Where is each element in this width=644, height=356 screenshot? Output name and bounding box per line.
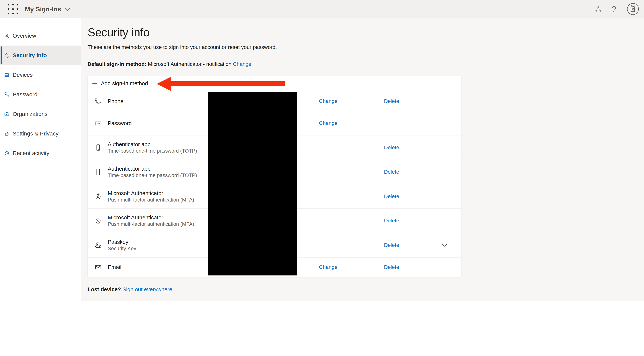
method-title: Phone (108, 98, 124, 105)
app-title[interactable]: My Sign-Ins (25, 5, 61, 13)
phone-icon (94, 97, 102, 105)
page-description: These are the methods you use to sign in… (88, 44, 644, 50)
sidebar-item-devices[interactable]: Devices (0, 65, 81, 85)
method-subtitle: Security Key (108, 245, 136, 252)
briefcase-icon (4, 111, 10, 117)
delete-link[interactable]: Delete (384, 218, 399, 224)
method-subtitle: Push multi-factor authentication (MFA) (108, 221, 194, 227)
method-title: Password (108, 120, 132, 127)
sidebar-item-settings-privacy[interactable]: Settings & Privacy (0, 124, 81, 143)
smartphone-icon (94, 144, 102, 151)
sidebar-item-recent-activity[interactable]: Recent activity (0, 143, 81, 163)
sidebar-item-label: Settings & Privacy (12, 130, 58, 137)
lost-device-line: Lost device? Sign out everywhere (88, 286, 644, 293)
change-link[interactable]: Change (319, 98, 338, 104)
laptop-icon (4, 72, 10, 78)
ms-authenticator-icon (94, 217, 102, 225)
redaction-box (208, 92, 297, 276)
sign-out-everywhere-link[interactable]: Sign out everywhere (122, 286, 172, 292)
add-signin-method-label: Add sign-in method (101, 80, 148, 86)
sidebar-item-label: Password (12, 91, 38, 98)
delete-link[interactable]: Delete (384, 193, 399, 199)
person-edit-icon (4, 52, 10, 58)
app-launcher-icon[interactable] (8, 4, 18, 14)
method-title: Authenticator app (108, 141, 197, 148)
sidebar-item-overview[interactable]: Overview (0, 26, 81, 45)
delete-link[interactable]: Delete (384, 242, 399, 248)
topbar: My Sign-Ins ? (0, 0, 644, 18)
plus-icon (92, 81, 98, 86)
sidebar-item-label: Organizations (12, 111, 48, 117)
method-title: Email (108, 264, 122, 271)
method-subtitle: Push multi-factor authentication (MFA) (108, 197, 194, 203)
lost-device-label: Lost device? (88, 286, 121, 292)
key-icon (4, 92, 10, 97)
password-icon (94, 119, 102, 127)
passkey-icon (94, 241, 102, 249)
sidebar: Overview Security info Devices Password (0, 18, 81, 356)
change-link[interactable]: Change (319, 264, 338, 270)
method-subtitle: Time-based one-time password (TOTP) (108, 172, 197, 179)
help-glyph: ? (612, 4, 616, 13)
sidebar-item-label: Devices (12, 72, 33, 78)
method-title: Microsoft Authenticator (108, 214, 194, 221)
sidebar-item-security-info[interactable]: Security info (0, 45, 81, 65)
sidebar-item-label: Security info (12, 52, 47, 58)
help-icon[interactable]: ? (612, 4, 616, 13)
ms-authenticator-icon (94, 192, 102, 201)
sidebar-item-label: Recent activity (12, 150, 49, 156)
chevron-down-icon[interactable] (65, 8, 70, 11)
delete-link[interactable]: Delete (384, 144, 399, 151)
history-icon (4, 150, 10, 156)
page-title: Security info (88, 18, 644, 39)
method-title: Authenticator app (108, 165, 197, 172)
main-content: Security info These are the methods you … (81, 18, 644, 356)
method-title: Passkey (108, 239, 136, 245)
person-icon (4, 33, 10, 38)
avatar[interactable] (627, 3, 639, 15)
delete-link[interactable]: Delete (384, 169, 399, 175)
email-icon (94, 263, 102, 271)
delete-link[interactable]: Delete (384, 264, 399, 270)
default-signin-label: Default sign-in method: (88, 61, 146, 67)
default-signin-change-link[interactable]: Change (233, 61, 252, 67)
method-title: Microsoft Authenticator (108, 190, 194, 197)
default-signin-value: Microsoft Authenticator - notification (146, 61, 233, 67)
default-signin-line: Default sign-in method: Microsoft Authen… (88, 61, 644, 67)
add-signin-method-button[interactable]: Add sign-in method (88, 76, 461, 91)
expand-chevron-icon[interactable] (441, 244, 448, 247)
sidebar-item-label: Overview (12, 32, 36, 39)
smartphone-icon (94, 168, 102, 176)
delete-link[interactable]: Delete (384, 98, 399, 104)
change-link[interactable]: Change (319, 120, 338, 126)
method-subtitle: Time-based one-time password (TOTP) (108, 148, 197, 154)
organization-sitemap-icon[interactable] (594, 5, 601, 12)
sidebar-item-password[interactable]: Password (0, 85, 81, 104)
lock-icon (4, 131, 10, 136)
sidebar-item-organizations[interactable]: Organizations (0, 104, 81, 124)
